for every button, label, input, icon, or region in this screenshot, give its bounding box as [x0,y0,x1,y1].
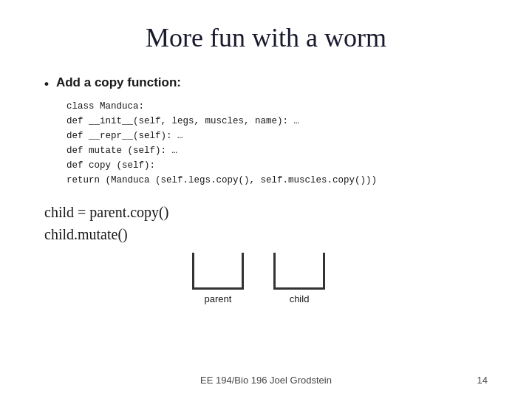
child-label: child [290,293,310,304]
diagram-area: parent child [192,253,488,304]
parent-label: parent [205,293,232,304]
bullet-dot: • [44,75,49,93]
main-code-line2: child.mutate() [44,223,488,245]
code-block: class Manduca: def __init__(self, legs, … [66,99,488,188]
child-diagram-item: child [273,253,325,304]
slide-title: More fun with a worm [44,22,488,53]
code-line-4: def mutate (self): … [66,143,488,158]
bullet-section: • Add a copy function: class Manduca: de… [44,75,488,188]
bullet-point: • Add a copy function: [44,75,488,93]
slide: More fun with a worm • Add a copy functi… [0,0,532,399]
footer-text: EE 194/Bio 196 Joel Grodstein [200,375,332,386]
code-line-2: def __init__(self, legs, muscles, name):… [66,114,488,129]
footer-page-number: 14 [477,375,488,386]
code-line-6: return (Manduca (self.legs.copy(), self.… [66,173,488,188]
main-code-block: child = parent.copy() child.mutate() [44,201,488,245]
footer: EE 194/Bio 196 Joel Grodstein 14 [0,375,532,386]
code-line-5: def copy (self): [66,158,488,173]
bullet-label: Add a copy function: [56,75,181,90]
code-line-3: def __repr__(self): … [66,129,488,143]
parent-box [192,253,244,290]
code-line-1: class Manduca: [66,99,488,114]
child-box [273,253,325,290]
main-code-line1: child = parent.copy() [44,201,488,223]
parent-diagram-item: parent [192,253,244,304]
